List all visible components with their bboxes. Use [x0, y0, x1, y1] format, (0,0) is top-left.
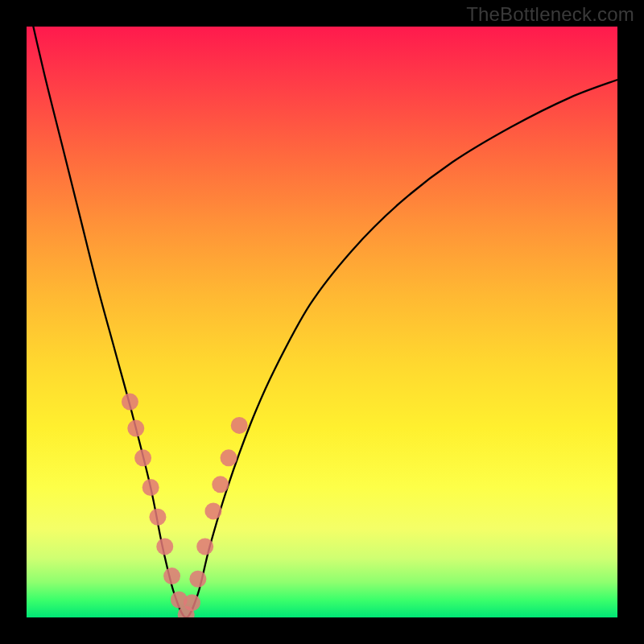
marker-dot: [231, 417, 248, 434]
highlighted-points: [122, 394, 248, 617]
chart-frame: TheBottleneck.com: [0, 0, 644, 644]
marker-dot: [122, 394, 138, 411]
marker-dot: [156, 538, 173, 555]
curve-layer: [27, 27, 617, 617]
marker-dot: [221, 449, 237, 466]
marker-dot: [204, 502, 221, 519]
marker-dot: [149, 509, 166, 526]
curve-path: [27, 27, 617, 617]
plot-area: [27, 27, 617, 617]
marker-dot: [142, 479, 159, 496]
marker-dot: [127, 420, 144, 437]
marker-dot: [184, 594, 200, 611]
marker-dot: [196, 538, 213, 555]
marker-dot: [163, 568, 180, 584]
bottleneck-curve: [27, 27, 617, 617]
marker-dot: [212, 476, 229, 493]
watermark-text: TheBottleneck.com: [466, 3, 634, 26]
marker-dot: [189, 571, 206, 588]
marker-dot: [134, 449, 151, 466]
